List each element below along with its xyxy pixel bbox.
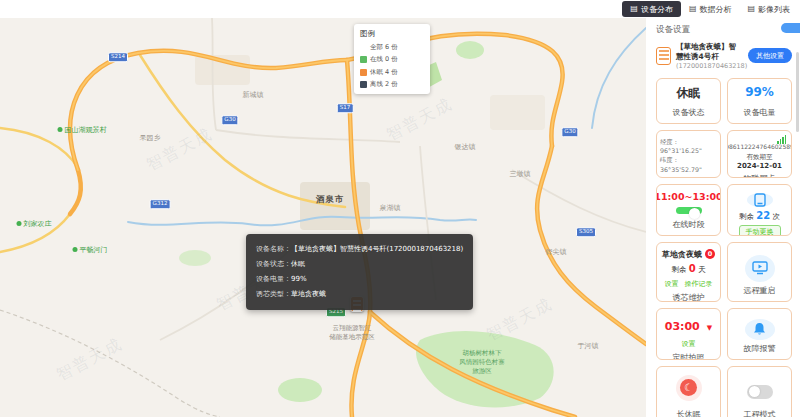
- status-value: 休眠: [677, 85, 701, 102]
- card-engineering-mode: 工程模式: [727, 366, 792, 417]
- photo-label: 定时拍照: [673, 349, 705, 360]
- device-cards: 休眠 设备状态 99% 设备电量 经度：96°31'16.25" 纬度：36°3…: [648, 75, 800, 417]
- image-list-icon: ▤: [747, 5, 755, 13]
- legend-color-swatch: [360, 81, 367, 88]
- engineering-mode-toggle[interactable]: [747, 385, 773, 399]
- signal-strength-icon: [777, 135, 786, 144]
- moon-icon: ☾: [676, 375, 702, 401]
- map-label: 银达镇: [455, 142, 476, 152]
- legend-color-swatch: [360, 44, 367, 51]
- road-shield: G312: [150, 199, 171, 209]
- card-iot-sim: 19861122247646025895 有效期至 2024-12-01 物联网…: [727, 130, 792, 178]
- card-online-period: 11:00~13:00 在线时段: [656, 184, 721, 236]
- other-settings-button[interactable]: 其他设置: [748, 48, 792, 63]
- device-row: 【草地贪夜蛾】智慧性诱4号杆 (1720001870463218) 其他设置: [648, 39, 800, 75]
- trap-device-icon: [656, 47, 671, 65]
- legend-color-swatch: [360, 56, 367, 63]
- online-period-label: 在线时段: [673, 216, 705, 230]
- device-name-text: 【草地贪夜蛾】智慧性诱4号杆: [676, 42, 743, 62]
- manual-replace-button[interactable]: 手动更换: [739, 225, 781, 236]
- analysis-icon: ▤: [689, 5, 697, 13]
- card-remote-restart[interactable]: 远程重启: [727, 242, 792, 302]
- lure-history-link[interactable]: 操作记录: [685, 279, 713, 289]
- longitude: 经度：96°31'16.25": [660, 137, 717, 156]
- map-label: 果园乡: [140, 133, 161, 143]
- map-green-area: [278, 378, 322, 402]
- panel-corner-badge[interactable]: [781, 23, 800, 33]
- map-terrain: [490, 95, 545, 130]
- legend-row: 离线 2 份: [360, 80, 424, 89]
- map-legend: 图例 全部 6 份在线 0 份休眠 4 份离线 2 份: [354, 24, 430, 94]
- device-grid-icon: ▤: [630, 5, 638, 13]
- card-device-status: 休眠 设备状态: [656, 78, 721, 124]
- map-label: 于河镇: [578, 341, 599, 351]
- map-label: 新城镇: [243, 90, 264, 100]
- card-location: 经度：96°31'16.25" 纬度：36°35'52.79" 位置信息: [656, 130, 721, 178]
- long-sleep-label: 长休眠: [677, 406, 701, 417]
- legend-row: 休眠 4 份: [360, 68, 424, 77]
- tab-device-distribution[interactable]: ▤ 设备分布: [622, 1, 681, 17]
- iot-valid-label: 有效期至: [747, 153, 773, 162]
- road-shield: S17: [337, 103, 354, 113]
- map-canvas: [0, 0, 646, 417]
- engineering-mode-label: 工程模式: [744, 406, 776, 417]
- remote-restart-label: 远程重启: [744, 282, 776, 296]
- map-green-area: [179, 250, 211, 266]
- tab-image-list[interactable]: ▤ 影像列表: [739, 1, 798, 17]
- card-battery: 99% 设备电量: [727, 78, 792, 124]
- iot-label: 物联网卡: [744, 170, 776, 178]
- tab-label: 设备分布: [641, 4, 673, 15]
- photo-settings-link[interactable]: 设置: [682, 339, 696, 349]
- sticky-roll-icon: [747, 193, 773, 207]
- alert-badge: 0: [705, 249, 715, 259]
- tooltip-row: 设备状态：休眠: [256, 257, 463, 272]
- tab-data-analysis[interactable]: ▤ 数据分析: [681, 1, 740, 17]
- remote-restart-icon: [745, 255, 775, 282]
- road-shield: S214: [108, 52, 128, 62]
- top-bar: ▤ 设备分布 ▤ 数据分析 ▤ 影像列表: [0, 0, 800, 18]
- device-name: 【草地贪夜蛾】智慧性诱4号杆 (1720001870463218): [676, 42, 743, 70]
- road-shield: G30: [221, 115, 238, 125]
- online-period-toggle[interactable]: [676, 207, 702, 214]
- lure-title: 草地贪夜蛾 0: [662, 249, 715, 260]
- fault-alarm-label: 故障报警: [744, 340, 776, 354]
- legend-row: 在线 0 份: [360, 55, 424, 64]
- panel-title: 设备设置: [656, 24, 690, 34]
- battery-value: 99%: [745, 85, 774, 99]
- map-label: 云翔能源智汇储能基地示范区: [329, 324, 375, 342]
- sticky-roll-remaining: 剩余 22 次: [739, 210, 780, 222]
- status-label: 设备状态: [673, 104, 705, 118]
- card-fault-alarm[interactable]: 故障报警: [727, 308, 792, 360]
- map-label: 酒泉市: [316, 194, 345, 206]
- tooltip-row: 设备名称：【草地贪夜蛾】智慧性诱4号杆(1720001870463218): [256, 242, 463, 257]
- device-id: (1720001870463218): [676, 62, 743, 70]
- map[interactable]: 新城镇果园乡银达镇三墩镇泉湖镇铧尖镇于河镇酒泉市国山湖观景村刘家农庄平畅河门S2…: [0, 0, 646, 417]
- card-lure-maintenance: 草地贪夜蛾 0 剩余 0 天 设置 操作记录 诱芯维护: [656, 242, 721, 302]
- app-window: 新城镇果园乡银达镇三墩镇泉湖镇铧尖镇于河镇酒泉市国山湖观景村刘家农庄平畅河门S2…: [0, 0, 800, 417]
- map-label: 三墩镇: [510, 169, 531, 179]
- lure-remaining: 剩余 0 天: [671, 263, 705, 275]
- legend-rows: 全部 6 份在线 0 份休眠 4 份离线 2 份: [360, 43, 424, 90]
- tab-label: 影像列表: [758, 4, 790, 15]
- map-river: [592, 28, 646, 128]
- tooltip-row: 诱芯类型：草地贪夜蛾: [256, 287, 463, 302]
- map-label: 国山湖观景村: [58, 125, 107, 135]
- road-shield: G30: [561, 127, 578, 137]
- card-long-sleep[interactable]: ☾ 长休眠: [656, 366, 721, 417]
- iot-valid-date: 2024-12-01: [737, 162, 782, 170]
- map-label: 胡杨树村林下风情园特色村寨旅游区: [459, 349, 505, 375]
- location-label: 位置信息: [673, 174, 705, 177]
- sidebar-scrollbar[interactable]: [796, 52, 799, 132]
- chevron-down-icon: ▼: [707, 324, 712, 332]
- online-period-value: 11:00~13:00: [656, 191, 721, 202]
- photo-time[interactable]: 03:00 ▼: [665, 315, 713, 334]
- map-label: 刘家农庄: [17, 219, 52, 229]
- map-label: 平畅河门: [73, 245, 108, 255]
- map-label: 泉湖镇: [380, 203, 401, 213]
- card-sticky-roll: 剩余 22 次 手动更换 粘虫胶卷: [727, 184, 792, 236]
- legend-title: 图例: [360, 29, 424, 39]
- iot-card-number: 19861122247646025895: [727, 143, 792, 150]
- legend-color-swatch: [360, 69, 367, 76]
- legend-row: 全部 6 份: [360, 43, 424, 52]
- lure-settings-link[interactable]: 设置: [665, 279, 679, 289]
